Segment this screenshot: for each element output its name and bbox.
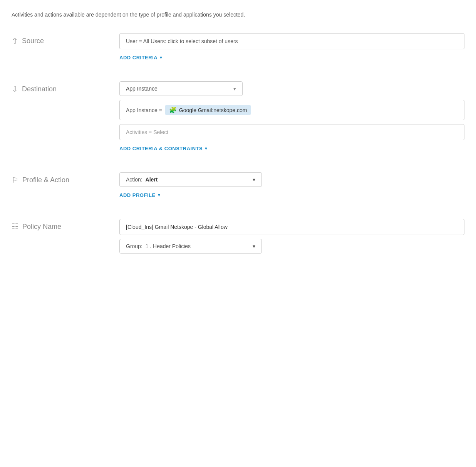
source-section: ⇧ Source User = All Users: click to sele… <box>12 33 464 62</box>
group-label-text: Group: 1 . Header Policies <box>126 243 191 249</box>
source-label-text: Source <box>22 37 44 45</box>
add-profile-chevron: ▾ <box>158 193 161 198</box>
source-criteria-input[interactable]: User = All Users: click to select subset… <box>119 33 464 49</box>
destination-add-criteria-constraints-label: ADD CRITERIA & CONSTRAINTS <box>119 146 203 151</box>
destination-dropdown-chevron: ▾ <box>233 86 236 92</box>
add-profile-button[interactable]: ADD PROFILE ▾ <box>119 191 464 200</box>
profile-action-content: Action: Alert ▾ ADD PROFILE ▾ <box>119 172 464 200</box>
profile-action-label: ⚐ Profile & Action <box>12 172 119 185</box>
destination-dropdown[interactable]: App Instance ▾ <box>119 81 243 96</box>
destination-label: ⇩ Destination <box>12 81 119 94</box>
action-value: Alert <box>146 176 158 183</box>
app-badge-text: Google Gmail:netskope.com <box>179 107 247 113</box>
source-icon: ⇧ <box>12 36 18 45</box>
add-profile-label: ADD PROFILE <box>119 192 156 198</box>
app-instance-row[interactable]: App Instance = 🧩 Google Gmail:netskope.c… <box>119 100 464 120</box>
policy-name-label-text: Policy Name <box>22 223 61 231</box>
profile-action-section: ⚐ Profile & Action Action: Alert ▾ ADD P… <box>12 172 464 200</box>
destination-add-criteria-constraints-chevron: ▾ <box>205 146 208 151</box>
app-badge: 🧩 Google Gmail:netskope.com <box>165 105 251 115</box>
policy-name-icon: ☷ <box>12 222 18 231</box>
source-add-criteria-button[interactable]: ADD CRITERIA ▾ <box>119 53 464 62</box>
destination-dropdown-label: App Instance <box>126 86 158 92</box>
source-add-criteria-label: ADD CRITERIA <box>119 55 158 60</box>
puzzle-icon: 🧩 <box>169 106 177 114</box>
source-add-criteria-chevron: ▾ <box>160 55 163 60</box>
group-dropdown-chevron: ▾ <box>253 243 255 249</box>
policy-name-input[interactable] <box>119 219 464 235</box>
policy-name-content: Group: 1 . Header Policies ▾ <box>119 219 464 254</box>
group-dropdown[interactable]: Group: 1 . Header Policies ▾ <box>119 239 262 254</box>
destination-content: App Instance ▾ App Instance = 🧩 Google G… <box>119 81 464 153</box>
profile-action-icon: ⚐ <box>12 175 18 185</box>
source-label: ⇧ Source <box>12 33 119 45</box>
activities-row[interactable]: Activities = Select <box>119 124 464 140</box>
destination-add-criteria-constraints-button[interactable]: ADD CRITERIA & CONSTRAINTS ▾ <box>119 144 464 153</box>
group-value: 1 . Header Policies <box>146 243 191 249</box>
profile-action-label-text: Profile & Action <box>22 176 69 184</box>
policy-name-label: ☷ Policy Name <box>12 219 119 231</box>
action-label-text: Action: Alert <box>126 176 158 183</box>
intro-text: Activities and actions available are dep… <box>12 12 464 18</box>
destination-label-text: Destination <box>22 85 57 93</box>
destination-icon: ⇩ <box>12 84 18 94</box>
policy-name-section: ☷ Policy Name Group: 1 . Header Policies… <box>12 219 464 254</box>
source-content: User = All Users: click to select subset… <box>119 33 464 62</box>
destination-section: ⇩ Destination App Instance ▾ App Instanc… <box>12 81 464 153</box>
action-dropdown[interactable]: Action: Alert ▾ <box>119 172 262 187</box>
action-dropdown-chevron: ▾ <box>253 176 255 183</box>
app-instance-label: App Instance = <box>126 107 162 113</box>
